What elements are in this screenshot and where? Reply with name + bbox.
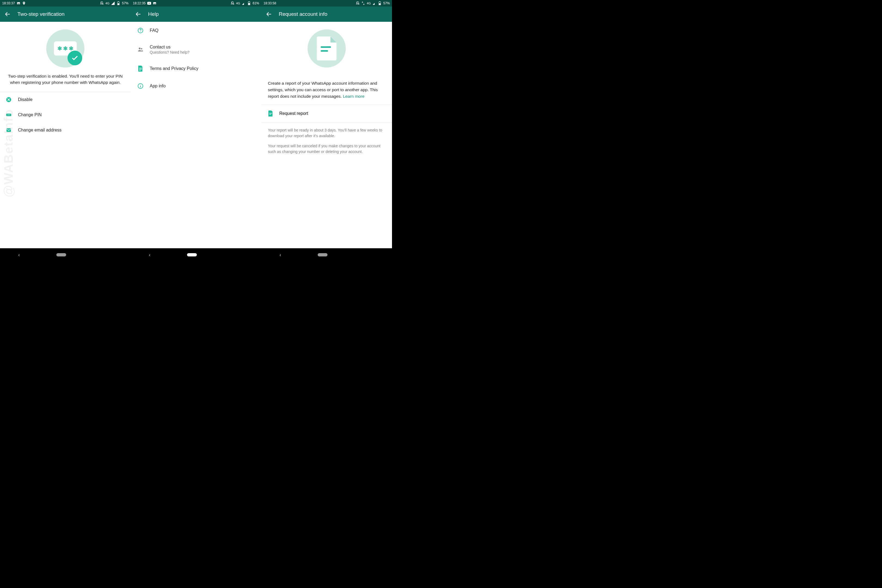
svg-point-9 — [9, 114, 9, 115]
doc-icon — [268, 110, 273, 117]
svg-rect-29 — [269, 113, 272, 114]
svg-point-10 — [9, 114, 10, 115]
option-change-email[interactable]: Change email address — [0, 123, 130, 138]
svg-rect-16 — [248, 3, 250, 5]
help-faq[interactable]: FAQ — [130, 22, 261, 39]
location-icon — [22, 2, 26, 5]
item-label: Terms and Privacy Policy — [150, 66, 198, 71]
help-circle-icon — [137, 27, 144, 34]
request-report-button[interactable]: Request report — [261, 105, 392, 123]
info-circle-icon — [137, 83, 144, 89]
network-label: 4G — [105, 2, 110, 5]
help-terms[interactable]: Terms and Privacy Policy — [130, 60, 261, 77]
back-button[interactable] — [4, 11, 11, 17]
android-nav-bar: ‹ — [130, 248, 261, 261]
option-label: Change email address — [18, 128, 62, 133]
footnote-2: Your request will be canceled if you mak… — [268, 143, 386, 154]
svg-point-1 — [18, 3, 18, 3]
svg-rect-28 — [379, 3, 380, 5]
people-icon — [137, 46, 144, 53]
nav-home-pill[interactable] — [318, 253, 327, 256]
svg-point-20 — [141, 48, 142, 49]
status-bar: 18:33:58 4G 57% — [261, 0, 392, 6]
description-block: Create a report of your WhatsApp account… — [261, 73, 392, 105]
option-label: Disable — [18, 97, 32, 102]
back-button[interactable] — [266, 11, 272, 17]
back-button[interactable] — [135, 11, 141, 17]
mail-icon — [6, 127, 12, 134]
svg-rect-23 — [139, 70, 141, 70]
nav-home-pill[interactable] — [187, 253, 197, 256]
screen-request-info: 18:33:58 4G 57% Request account info Cre… — [261, 0, 392, 261]
dnd-icon — [100, 2, 104, 5]
help-appinfo[interactable]: App info — [130, 77, 261, 95]
signal-icon — [111, 2, 115, 5]
youtube-icon — [147, 2, 151, 5]
dnd-icon — [356, 2, 360, 5]
app-bar: Two-step verification — [0, 6, 130, 22]
screen-help: 18:22:35 4G 61% Help FAQ — [130, 0, 261, 261]
network-label: 4G — [367, 2, 371, 5]
item-label: FAQ — [150, 28, 158, 33]
status-time: 18:22:35 — [133, 2, 146, 5]
close-circle-icon — [6, 96, 12, 103]
status-time: 18:33:37 — [2, 2, 15, 5]
nav-back-icon[interactable]: ‹ — [149, 252, 150, 258]
status-bar: 18:33:37 4G 57% — [0, 0, 130, 6]
signal-icon — [242, 2, 246, 5]
svg-point-8 — [8, 114, 8, 115]
android-nav-bar: ‹ — [0, 248, 130, 261]
check-badge-icon — [68, 51, 82, 65]
dots-box-icon — [6, 112, 12, 118]
battery-icon — [378, 2, 382, 5]
nav-back-icon[interactable]: ‹ — [280, 252, 281, 258]
data-icon — [361, 2, 365, 5]
nav-back-icon[interactable]: ‹ — [18, 252, 20, 258]
item-label: App info — [150, 84, 166, 88]
request-label: Request report — [279, 111, 308, 116]
option-label: Change PIN — [18, 112, 42, 117]
hero-illustration: ✱✱✱ — [0, 22, 130, 73]
battery-label: 57% — [122, 2, 129, 5]
svg-rect-5 — [118, 3, 119, 5]
dnd-icon — [231, 2, 234, 5]
network-label: 4G — [236, 2, 240, 5]
svg-point-18 — [140, 32, 141, 32]
item-sublabel: Questions? Need help? — [150, 50, 189, 54]
status-bar: 18:22:35 4G 61% — [130, 0, 261, 6]
item-label: Contact us — [150, 45, 189, 50]
svg-rect-30 — [269, 114, 271, 115]
app-bar: Request account info — [261, 6, 392, 22]
document-icon — [317, 36, 336, 60]
photo-icon — [16, 2, 20, 5]
status-time: 18:33:58 — [264, 2, 276, 5]
nav-home-pill[interactable] — [56, 253, 66, 256]
help-contact[interactable]: Contact us Questions? Need help? — [130, 39, 261, 60]
signal-icon — [372, 2, 376, 5]
battery-label: 61% — [253, 2, 259, 5]
page-title: Request account info — [279, 11, 327, 17]
footnote-block: Your report will be ready in about 3 day… — [261, 123, 392, 159]
page-title: Help — [148, 11, 159, 17]
option-disable[interactable]: Disable — [0, 92, 130, 107]
footnote-1: Your report will be ready in about 3 day… — [268, 128, 386, 139]
svg-point-19 — [139, 48, 141, 49]
svg-rect-22 — [139, 69, 142, 69]
page-title: Two-step verification — [17, 11, 64, 17]
screen-two-step: 18:33:37 4G 57% Two-step verification ✱✱… — [0, 0, 130, 261]
svg-rect-21 — [139, 68, 142, 68]
battery-icon — [117, 2, 120, 5]
android-nav-bar: ‹ — [261, 248, 392, 261]
learn-more-link[interactable]: Learn more — [343, 94, 364, 99]
option-change-pin[interactable]: Change PIN — [0, 107, 130, 123]
battery-icon — [247, 2, 251, 5]
svg-point-25 — [140, 85, 141, 85]
hero-illustration — [261, 22, 392, 73]
app-bar: Help — [130, 6, 261, 22]
svg-point-2 — [23, 3, 24, 3]
doc-icon — [137, 65, 144, 72]
photo-icon — [153, 2, 156, 5]
battery-label: 57% — [383, 2, 390, 5]
description-text: Two-step verification is enabled. You'll… — [0, 73, 130, 92]
